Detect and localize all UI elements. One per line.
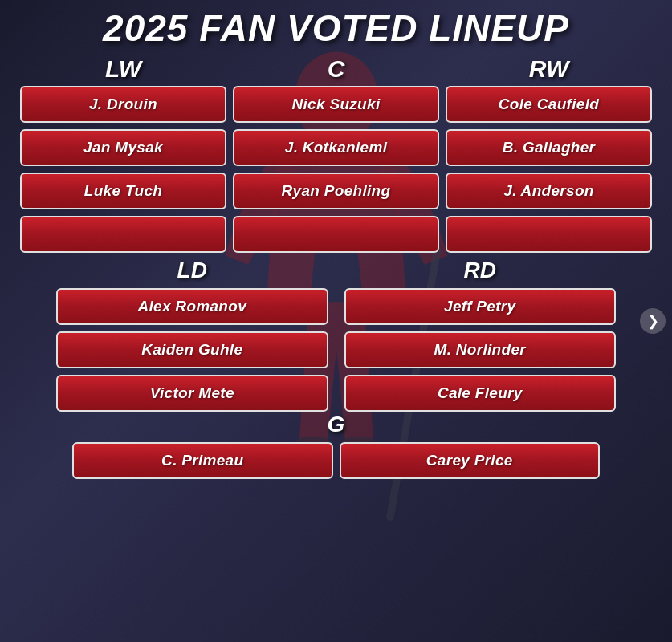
forwards-grid: J. DrouinNick SuzukiCole CaufieldJan Mys…	[8, 86, 664, 253]
rw-player-3[interactable]	[446, 216, 652, 253]
ld-column: LD Alex RomanovKaiden GuhleVictor Mete	[56, 258, 328, 412]
goalie-player-0[interactable]: C. Primeau	[72, 442, 333, 479]
rw-header: RW	[446, 55, 652, 83]
ld-player-2[interactable]: Victor Mete	[56, 375, 328, 412]
rw-player-2[interactable]: J. Anderson	[446, 173, 652, 209]
c-player-0[interactable]: Nick Suzuki	[233, 86, 439, 123]
goalie-players: C. PrimeauCarey Price	[72, 442, 600, 479]
goalie-section: G C. PrimeauCarey Price	[8, 412, 664, 479]
c-header: C	[233, 55, 439, 83]
lw-player-0[interactable]: J. Drouin	[20, 86, 226, 123]
goalie-player-1[interactable]: Carey Price	[340, 442, 601, 479]
rd-players: Jeff PetryM. NorlinderCale Fleury	[344, 288, 617, 412]
rd-player-0[interactable]: Jeff Petry	[344, 288, 617, 325]
lw-player-1[interactable]: Jan Mysak	[20, 129, 226, 166]
c-player-2[interactable]: Ryan Poehling	[233, 173, 439, 209]
rd-player-2[interactable]: Cale Fleury	[344, 375, 617, 412]
defense-section: LD Alex RomanovKaiden GuhleVictor Mete R…	[8, 258, 664, 412]
rd-header: RD	[344, 258, 617, 283]
lw-player-3[interactable]	[20, 216, 226, 253]
c-player-1[interactable]: J. Kotkaniemi	[233, 129, 439, 166]
page-title: 2025 FAN VOTED LINEUP	[8, 0, 664, 55]
lw-player-2[interactable]: Luke Tuch	[20, 173, 226, 209]
ld-header: LD	[56, 258, 328, 283]
rd-player-1[interactable]: M. Norlinder	[344, 331, 617, 368]
rw-player-0[interactable]: Cole Caufield	[446, 86, 652, 123]
next-arrow[interactable]: ❯	[640, 308, 666, 334]
ld-player-0[interactable]: Alex Romanov	[56, 288, 328, 325]
rd-column: RD Jeff PetryM. NorlinderCale Fleury	[344, 258, 617, 412]
ld-player-1[interactable]: Kaiden Guhle	[56, 331, 328, 368]
main-content: 2025 FAN VOTED LINEUP LW C RW J. DrouinN…	[0, 0, 672, 642]
ld-players: Alex RomanovKaiden GuhleVictor Mete	[56, 288, 328, 412]
g-header: G	[72, 412, 600, 437]
c-player-3[interactable]	[233, 216, 439, 253]
rw-player-1[interactable]: B. Gallagher	[446, 129, 652, 166]
lw-header: LW	[20, 55, 226, 83]
forwards-headers: LW C RW	[8, 55, 664, 83]
